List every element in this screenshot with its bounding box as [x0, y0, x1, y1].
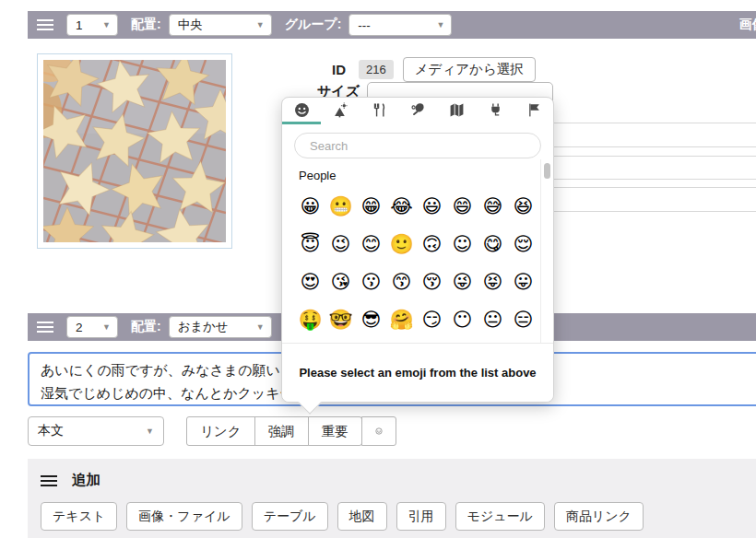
category-tab-objects[interactable] — [476, 98, 514, 124]
add-content-button[interactable]: モジュール — [455, 502, 545, 531]
group-select[interactable]: --- ▼ — [348, 14, 452, 36]
emoji-item[interactable]: 😚 — [417, 263, 447, 301]
travel-category-icon — [449, 102, 465, 118]
add-content-button[interactable]: 商品リンク — [554, 502, 644, 531]
add-section-title: 追加 — [72, 471, 100, 490]
emoji-item[interactable]: 🤑 — [295, 301, 325, 339]
emoji-item[interactable]: ☺ — [447, 226, 478, 263]
chevron-down-icon: ▼ — [256, 20, 265, 29]
id-value-badge: 216 — [359, 60, 394, 79]
add-content-button[interactable]: 画像・ファイル — [126, 502, 242, 531]
block-type-label: 画像 — [739, 17, 756, 33]
emoji-item[interactable]: 😆 — [508, 188, 538, 226]
emoji-picker-footer: Please select an emoji from the list abo… — [282, 343, 553, 402]
emoji-item[interactable]: 😶 — [447, 301, 478, 339]
format-button[interactable]: 重要 — [308, 416, 362, 446]
group-label: グループ: — [285, 17, 342, 33]
chevron-down-icon: ▼ — [102, 322, 111, 332]
emoji-item[interactable]: 😍 — [295, 263, 325, 301]
add-block-section: 追加 テキスト画像・ファイルテーブル地図引用モジュール商品リンク — [28, 459, 756, 538]
group-value: --- — [358, 18, 371, 32]
emoji-item[interactable]: 🙂 — [386, 226, 417, 263]
emoji-item[interactable]: 😙 — [386, 263, 417, 301]
drag-handle-icon[interactable] — [37, 19, 53, 30]
emoji-item[interactable]: 😂 — [386, 188, 417, 226]
category-tab-flags[interactable] — [514, 98, 553, 124]
emoji-item[interactable]: 😀 — [295, 188, 325, 226]
scrollbar-thumb[interactable] — [544, 163, 550, 179]
category-tab-travel[interactable] — [437, 98, 476, 124]
chevron-down-icon: ▼ — [146, 427, 154, 436]
block-number-value: 1 — [76, 18, 83, 32]
menu-icon[interactable] — [41, 475, 57, 486]
format-button[interactable]: 強調 — [254, 416, 309, 446]
emoji-item[interactable]: 😐 — [478, 301, 508, 339]
category-tab-food[interactable] — [360, 98, 398, 124]
food-category-icon — [372, 102, 387, 118]
image-thumbnail[interactable] — [37, 53, 232, 249]
align-label: 配置: — [131, 17, 161, 33]
align-value: 中央 — [178, 17, 203, 33]
format-controls-row: 本文 ▼ リンク強調重要 — [28, 416, 396, 446]
emoji-item[interactable]: 😜 — [447, 263, 478, 301]
page-editor: 1 ▼ 配置: 中央 ▼ グループ: --- ▼ 画像 — [0, 0, 756, 538]
category-tab-nature[interactable] — [321, 98, 360, 124]
emoji-item[interactable]: 😋 — [478, 226, 508, 263]
emoji-item[interactable]: 🤓 — [325, 301, 356, 339]
emoji-item[interactable]: 😊 — [356, 226, 386, 263]
text-style-select[interactable]: 本文 ▼ — [28, 416, 164, 446]
drag-handle-icon[interactable] — [37, 322, 53, 333]
chevron-down-icon: ▼ — [102, 20, 111, 29]
format-button[interactable]: リンク — [186, 416, 255, 446]
chevron-down-icon: ▼ — [436, 20, 444, 29]
emoji-item[interactable]: 😝 — [478, 263, 508, 301]
scrollbar-track — [540, 159, 541, 345]
emoji-item[interactable]: 😎 — [356, 301, 386, 339]
emoji-item[interactable]: 😛 — [508, 263, 538, 301]
emoji-item[interactable]: 😗 — [356, 263, 386, 301]
align-value: おまかせ — [178, 319, 229, 335]
id-label: ID — [332, 62, 346, 77]
emoji-section-label: People — [299, 169, 553, 182]
align-select[interactable]: 中央 ▼ — [169, 14, 272, 36]
category-tab-activity[interactable] — [398, 98, 437, 124]
media-id-row: ID 216 メディアから選択 — [332, 57, 536, 82]
add-content-button[interactable]: テキスト — [41, 502, 117, 531]
chevron-down-icon: ▼ — [256, 322, 265, 332]
image-block-toolbar: 1 ▼ 配置: 中央 ▼ グループ: --- ▼ 画像 — [28, 11, 756, 39]
emoji-item[interactable]: 😬 — [325, 188, 356, 226]
category-tab-people[interactable] — [282, 98, 321, 124]
emoji-item[interactable]: 😉 — [325, 226, 356, 263]
block-number-select[interactable]: 1 ▼ — [66, 14, 118, 36]
emoji-item[interactable]: 😁 — [356, 188, 386, 226]
emoji-search-wrap — [294, 133, 541, 158]
emoji-picker-popover: People 😀😬😁😂😃😄😅😆😇😉😊🙂🙃☺😋😌😍😘😗😙😚😜😝😛🤑🤓😎🤗😏😶😐😑 … — [281, 97, 554, 403]
align-select[interactable]: おまかせ ▼ — [169, 316, 272, 338]
media-select-button[interactable]: メディアから選択 — [403, 57, 536, 82]
add-section-header: 追加 — [41, 471, 754, 490]
emoji-item[interactable]: 🤗 — [386, 301, 417, 339]
emoji-item[interactable]: 😌 — [508, 226, 538, 263]
emoji-item[interactable]: 😄 — [447, 188, 478, 226]
emoji-item[interactable]: 😏 — [417, 301, 447, 339]
emoji-item[interactable]: 🙃 — [417, 226, 447, 263]
block-number-select[interactable]: 2 ▼ — [66, 316, 118, 338]
flags-category-icon — [526, 102, 542, 118]
add-content-button[interactable]: 地図 — [337, 502, 387, 531]
add-content-button[interactable]: テーブル — [252, 502, 328, 531]
emoji-item[interactable]: 😃 — [417, 188, 447, 226]
emoji-item[interactable]: 😘 — [325, 263, 356, 301]
people-category-icon — [294, 102, 310, 118]
smiley-icon — [375, 424, 383, 439]
text-style-value: 本文 — [38, 423, 64, 439]
emoji-picker-button[interactable] — [361, 416, 396, 446]
emoji-search-input[interactable] — [294, 133, 541, 158]
format-button-group: リンク強調重要 — [186, 416, 396, 446]
nature-category-icon — [333, 102, 348, 118]
cookies-photo — [43, 60, 226, 242]
add-content-button[interactable]: 引用 — [396, 502, 446, 531]
emoji-item[interactable]: 😑 — [508, 301, 538, 339]
emoji-item[interactable]: 😅 — [478, 188, 508, 226]
emoji-item[interactable]: 😇 — [295, 226, 325, 263]
activity-category-icon — [410, 102, 426, 118]
